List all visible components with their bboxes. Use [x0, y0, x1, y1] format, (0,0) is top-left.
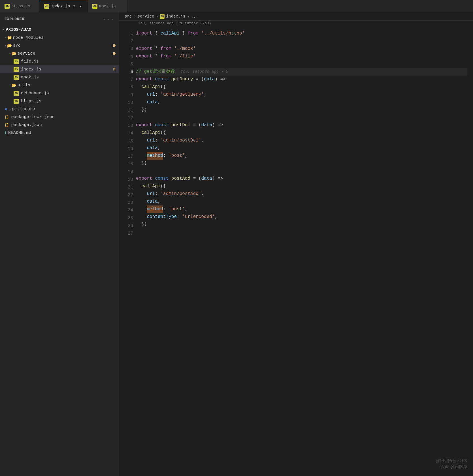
code-token: contentType: [136, 213, 177, 221]
code-line: export * from './mock': [136, 45, 467, 53]
sidebar-item-node-modules[interactable]: › 📁 node_modules: [0, 34, 119, 42]
line-number: 1: [122, 30, 133, 37]
line-number: 18: [122, 160, 133, 168]
code-token: 'post': [169, 152, 185, 160]
sidebar-menu-button[interactable]: ···: [103, 16, 114, 22]
sidebar-item-file-js[interactable]: JS file.js: [0, 57, 119, 65]
sidebar-item-label: README.md: [8, 130, 119, 135]
sidebar-item-label: node_modules: [13, 35, 119, 40]
js-icon: JS: [5, 4, 10, 9]
line-number: 9: [122, 91, 133, 99]
code-line: }): [136, 221, 467, 228]
line-number: 3: [122, 45, 133, 53]
modified-indicator: M: [113, 67, 116, 72]
code-token: }: [180, 30, 188, 37]
sidebar-item-service[interactable]: ▾ 📂 service: [0, 50, 119, 57]
code-token: 'admin/postDel': [160, 137, 201, 144]
sidebar-item-mock-js[interactable]: JS mock.js: [0, 73, 119, 81]
code-content[interactable]: import { callApi } from '../utils/https'…: [136, 30, 473, 476]
code-line: callApi({: [136, 129, 467, 137]
code-line: }): [136, 106, 467, 114]
code-token: import: [136, 30, 152, 37]
code-line: export * from './file': [136, 53, 467, 60]
code-token: ) =>: [215, 76, 225, 83]
sidebar-item-index-js[interactable]: JS index.js M: [0, 65, 119, 73]
line-number: 10: [122, 99, 133, 107]
code-token: :: [155, 91, 160, 98]
js-file-icon: JS: [14, 67, 19, 72]
tab-index[interactable]: JS index.js M ✕: [40, 0, 88, 12]
sidebar-item-utils[interactable]: ▾ 📂 utils: [0, 81, 119, 89]
code-token: ,: [158, 144, 161, 152]
tab-index-label: index.js: [51, 4, 70, 8]
sidebar-item-src[interactable]: ▾ 📂 src: [0, 42, 119, 50]
code-line: url: 'admin/getQuery',: [136, 91, 467, 98]
code-token: [136, 152, 147, 160]
code-token: const: [155, 76, 169, 83]
code-line: export const getQuery = (data) =>: [136, 76, 467, 83]
editor-wrapper: You, seconds ago | 1 author (You) 123456…: [119, 21, 473, 476]
line-number: 16: [122, 145, 133, 153]
sidebar-item-debounce-js[interactable]: JS debounce.js: [0, 89, 119, 97]
code-token: = (: [190, 121, 201, 129]
code-token: './mock': [171, 45, 196, 53]
code-line: callApi({: [136, 183, 467, 190]
code-token: ,: [204, 91, 207, 98]
chevron-down-icon: ▾: [9, 52, 11, 55]
sidebar-item-label: package.json: [11, 123, 119, 127]
code-token: *: [152, 45, 161, 53]
code-token: ({: [160, 83, 166, 91]
chevron-down-icon: ▾: [9, 83, 11, 87]
code-container[interactable]: 1234567891011121314151617181920212223242…: [119, 27, 473, 476]
code-token: method: [147, 152, 163, 160]
sidebar-item-label: service: [18, 51, 113, 56]
sidebar-item-package-json[interactable]: {} package.json: [0, 121, 119, 129]
sidebar-item-gitignore[interactable]: ◈ .gitignore: [0, 105, 119, 113]
sidebar-item-axios-ajax[interactable]: ▼ AXIOS-AJAX: [0, 26, 119, 34]
modified-badge: [113, 52, 116, 55]
project-root-label: AXIOS-AJAX: [6, 27, 119, 32]
code-line: method: 'post',: [136, 205, 467, 213]
sidebar-item-https-js[interactable]: JS https.js: [0, 97, 119, 105]
js-file-icon: JS: [14, 91, 19, 96]
code-token: 'post': [169, 205, 185, 213]
tab-https[interactable]: JS https.js: [0, 0, 40, 12]
line-numbers: 1234567891011121314151617181920212223242…: [119, 30, 136, 476]
chevron-right-icon: ›: [5, 36, 7, 39]
tab-close-button[interactable]: ✕: [78, 4, 83, 9]
sidebar-item-label: utils: [18, 83, 119, 88]
code-token: postDel: [171, 121, 190, 129]
line-number: 19: [122, 168, 133, 176]
code-token: [169, 175, 171, 183]
code-token: ,: [201, 137, 204, 144]
breadcrumb-sep: ›: [187, 14, 189, 19]
code-token: data: [136, 144, 158, 152]
code-token: export: [136, 53, 152, 60]
js-icon: JS: [44, 4, 49, 9]
inline-blame: You, seconds ago • U: [181, 68, 228, 76]
code-token: ,: [215, 213, 218, 221]
breadcrumb-file: index.js: [166, 14, 185, 19]
code-token: data: [136, 98, 158, 106]
tab-mock[interactable]: JS mock.js: [88, 0, 127, 12]
line-number: 13: [122, 122, 133, 130]
git-icon: ◈: [5, 106, 7, 112]
code-token: export: [136, 45, 152, 53]
line-number: 25: [122, 215, 133, 222]
code-token: :: [155, 137, 160, 144]
json-icon: {}: [5, 123, 9, 127]
tab-https-label: https.js: [11, 4, 30, 8]
line-number: 22: [122, 191, 133, 199]
code-token: from: [160, 53, 171, 60]
main-area: EXPLORER ··· ▼ AXIOS-AJAX › 📁 node_modul…: [0, 12, 473, 476]
sidebar-item-readme-md[interactable]: ℹ README.md: [0, 129, 119, 137]
line-number: 17: [122, 153, 133, 160]
sidebar-item-package-lock-json[interactable]: {} package-lock.json: [0, 113, 119, 121]
code-token: = (: [193, 76, 204, 83]
json-icon: {}: [5, 115, 9, 119]
watermark-line2: CSDN @前端酱菜: [436, 464, 467, 470]
code-token: 'admin/postAdd': [160, 190, 201, 198]
js-file-icon: JS: [14, 59, 19, 64]
code-token: data: [204, 76, 215, 83]
code-token: method: [147, 205, 163, 213]
